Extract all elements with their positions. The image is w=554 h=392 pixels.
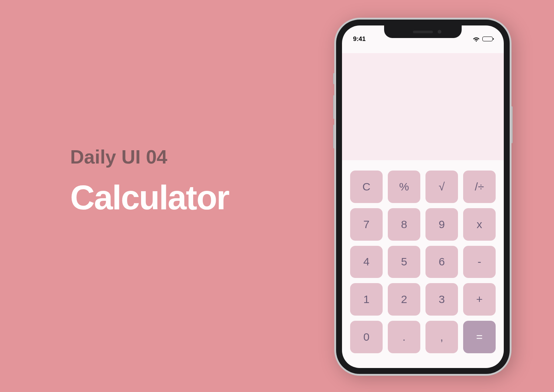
status-time: 9:41	[353, 35, 366, 43]
volume-down-button	[333, 125, 334, 148]
key-percent[interactable]: %	[388, 171, 420, 203]
battery-icon	[482, 37, 493, 41]
title: Calculator	[70, 178, 229, 217]
volume-up-button	[333, 95, 334, 119]
key-equals[interactable]: =	[463, 321, 496, 353]
key-9[interactable]: 9	[425, 208, 458, 241]
key-1[interactable]: 1	[350, 283, 383, 316]
silence-switch	[333, 73, 334, 84]
svg-point-0	[476, 40, 477, 41]
speaker-grille	[413, 31, 433, 33]
power-button	[512, 106, 513, 143]
notch	[384, 25, 462, 38]
status-icons	[473, 37, 493, 42]
wifi-icon	[473, 37, 480, 42]
calculator-display	[342, 53, 504, 160]
key-7[interactable]: 7	[350, 208, 383, 241]
phone-bezel: 9:41	[336, 20, 510, 374]
subtitle: Daily UI 04	[70, 146, 229, 168]
key-clear[interactable]: C	[350, 171, 383, 203]
phone-mockup: 9:41	[334, 18, 512, 376]
key-multiply[interactable]: x	[463, 208, 496, 241]
phone-frame: 9:41	[334, 18, 512, 376]
phone-screen: 9:41	[342, 25, 504, 368]
key-subtract[interactable]: -	[463, 246, 496, 278]
key-add[interactable]: +	[463, 283, 496, 316]
key-dot[interactable]: .	[388, 321, 420, 353]
key-divide[interactable]: /÷	[463, 171, 496, 203]
key-5[interactable]: 5	[388, 246, 420, 278]
key-4[interactable]: 4	[350, 246, 383, 278]
key-2[interactable]: 2	[388, 283, 420, 316]
calculator-keypad: C%√/÷789x456-123+0.,=	[342, 160, 504, 368]
key-0[interactable]: 0	[350, 321, 383, 353]
key-6[interactable]: 6	[425, 246, 458, 278]
key-comma[interactable]: ,	[425, 321, 458, 353]
key-3[interactable]: 3	[425, 283, 458, 316]
promo-text-block: Daily UI 04 Calculator	[70, 146, 229, 217]
key-sqrt[interactable]: √	[425, 171, 458, 203]
key-8[interactable]: 8	[388, 208, 420, 241]
front-camera	[438, 30, 441, 34]
